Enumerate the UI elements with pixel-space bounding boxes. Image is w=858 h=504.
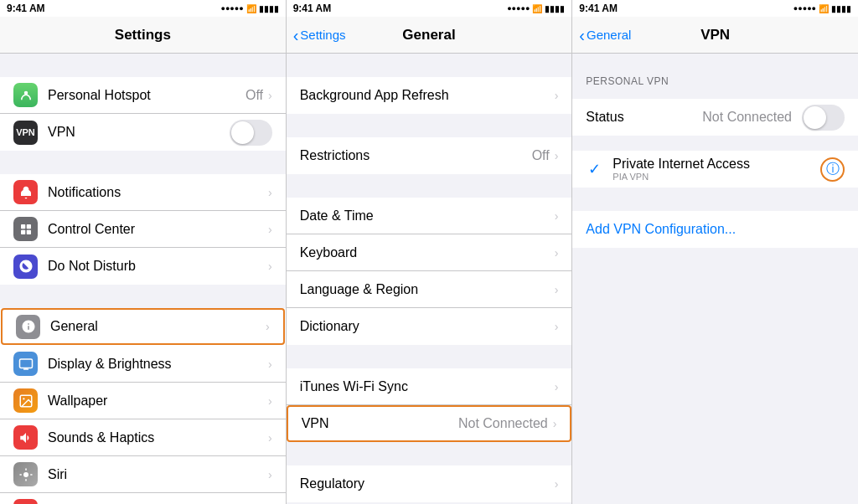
wallpaper-chevron: › [268, 394, 272, 408]
vpn-add-group: Add VPN Configuration... [572, 211, 858, 248]
general-item-keyboard[interactable]: Keyboard › [287, 234, 572, 271]
dictionary-chevron: › [555, 320, 559, 333]
general-item-restrictions[interactable]: Restrictions Off › [287, 137, 572, 174]
settings-item-do-not-disturb[interactable]: Do Not Disturb › [0, 248, 286, 285]
settings-section-2: Notifications › Control Center › Do Not … [0, 174, 286, 285]
general-label: General [50, 319, 266, 334]
vpn-general-chevron: › [553, 417, 557, 430]
add-vpn-label: Add VPN Configuration... [586, 222, 736, 237]
settings-scroll[interactable]: Personal Hotspot Off › VPN VPN [0, 54, 286, 504]
svg-point-8 [23, 472, 28, 477]
display-icon [13, 352, 38, 376]
vpn-status-value: Not Connected [702, 110, 792, 125]
battery-icon-settings: ▮▮▮▮ [259, 4, 279, 13]
restrictions-chevron: › [555, 149, 559, 162]
vpn-info-button[interactable]: ⓘ [820, 157, 845, 182]
vpn-panel-toggle[interactable] [802, 105, 845, 131]
general-item-dictionary[interactable]: Dictionary › [287, 308, 572, 345]
vpn-general-label: VPN [302, 416, 458, 431]
keyboard-label: Keyboard [300, 245, 555, 260]
general-icon [16, 315, 40, 339]
settings-item-touch-id[interactable]: Touch ID & Passcode › [0, 493, 286, 504]
time-general: 9:41 AM [293, 3, 332, 14]
settings-item-notifications[interactable]: Notifications › [0, 174, 286, 211]
settings-item-sounds[interactable]: Sounds & Haptics › [0, 419, 286, 456]
general-item-vpn[interactable]: VPN Not Connected › [287, 405, 572, 442]
vpn-toggle[interactable] [230, 120, 272, 146]
vpn-entry-labels: Private Internet Access PIA VPN [612, 157, 820, 182]
settings-item-siri[interactable]: Siri › [0, 456, 286, 493]
regulatory-label: Regulatory [300, 476, 555, 491]
nav-bar-vpn: ‹ General VPN [572, 17, 858, 54]
vpn-entry-pia[interactable]: ✓ Private Internet Access PIA VPN ⓘ [572, 151, 858, 188]
settings-item-wallpaper[interactable]: Wallpaper › [0, 383, 286, 419]
back-btn-general[interactable]: ‹ Settings [293, 27, 346, 44]
wallpaper-icon [13, 388, 38, 413]
notifications-icon [13, 180, 38, 204]
general-scroll[interactable]: Background App Refresh › Restrictions Of… [287, 54, 572, 504]
dictionary-label: Dictionary [300, 319, 555, 334]
time-vpn: 9:41 AM [579, 3, 618, 14]
nav-title-vpn: VPN [700, 27, 730, 44]
time-settings: 9:41 AM [7, 3, 45, 14]
date-time-chevron: › [555, 209, 559, 223]
touch-id-icon [13, 499, 38, 504]
status-icons-settings: ●●●●● 📶 ▮▮▮▮ [220, 4, 278, 13]
general-section-3: Date & Time › Keyboard › Language & Regi… [287, 198, 572, 345]
settings-item-control-center[interactable]: Control Center › [0, 211, 286, 248]
general-item-language-region[interactable]: Language & Region › [287, 271, 572, 308]
general-panel: 9:41 AM ●●●●● 📶 ▮▮▮▮ ‹ Settings General … [287, 0, 573, 504]
add-vpn-btn[interactable]: Add VPN Configuration... [572, 211, 858, 248]
status-bar-general: 9:41 AM ●●●●● 📶 ▮▮▮▮ [287, 0, 572, 17]
status-icons-general: ●●●●● 📶 ▮▮▮▮ [507, 4, 565, 13]
control-center-label: Control Center [48, 222, 268, 237]
general-chevron: › [266, 320, 270, 333]
svg-point-7 [23, 398, 24, 399]
settings-item-personal-hotspot[interactable]: Personal Hotspot Off › [0, 77, 286, 114]
restrictions-value: Off [532, 148, 550, 163]
signal-icon-vpn: ●●●●● [793, 4, 816, 13]
general-item-background-refresh[interactable]: Background App Refresh › [287, 77, 572, 114]
wifi-icon-vpn: 📶 [819, 4, 829, 13]
signal-icon-general: ●●●●● [507, 4, 530, 13]
vpn-entry-group: ✓ Private Internet Access PIA VPN ⓘ [572, 151, 858, 188]
vpn-section-header: PERSONAL VPN [572, 69, 858, 90]
display-chevron: › [268, 357, 272, 371]
svg-rect-5 [19, 359, 32, 368]
wifi-icon-settings: 📶 [246, 4, 256, 13]
vpn-panel-toggle-thumb [804, 106, 826, 129]
general-item-itunes-wifi[interactable]: iTunes Wi-Fi Sync › [287, 368, 572, 405]
vpn-toggle-thumb [231, 121, 254, 144]
vpn-entry-name: Private Internet Access [612, 157, 820, 172]
regulatory-chevron: › [555, 477, 559, 491]
restrictions-label: Restrictions [300, 148, 532, 163]
siri-label: Siri [48, 467, 268, 482]
control-center-chevron: › [268, 223, 272, 236]
general-item-regulatory[interactable]: Regulatory › [287, 465, 572, 502]
settings-item-vpn[interactable]: VPN VPN [0, 114, 286, 151]
wifi-icon-general: 📶 [532, 4, 542, 13]
settings-item-display[interactable]: Display & Brightness › [0, 346, 286, 383]
date-time-label: Date & Time [300, 208, 555, 224]
language-region-chevron: › [555, 283, 559, 296]
vpn-label: VPN [48, 125, 230, 140]
vpn-scroll[interactable]: PERSONAL VPN Status Not Connected ✓ Priv [572, 54, 858, 504]
back-btn-vpn[interactable]: ‹ General [579, 27, 631, 44]
notifications-chevron: › [268, 186, 272, 199]
svg-rect-3 [21, 229, 25, 234]
back-label-general: Settings [300, 28, 345, 42]
nav-title-general: General [402, 27, 455, 44]
status-bar-vpn: 9:41 AM ●●●●● 📶 ▮▮▮▮ [572, 0, 858, 17]
general-item-date-time[interactable]: Date & Time › [287, 198, 572, 234]
settings-section-1: Personal Hotspot Off › VPN VPN [0, 77, 286, 151]
settings-item-general[interactable]: General › [1, 308, 285, 345]
general-section-5: Regulatory › [287, 465, 572, 502]
settings-panel: 9:41 AM ●●●●● 📶 ▮▮▮▮ Settings Personal H… [0, 0, 287, 504]
sounds-label: Sounds & Haptics [48, 430, 268, 445]
vpn-status-group: Status Not Connected [572, 99, 858, 136]
back-arrow-vpn: ‹ [579, 27, 585, 44]
status-icons-vpn: ●●●●● 📶 ▮▮▮▮ [793, 4, 851, 13]
svg-rect-4 [26, 229, 30, 234]
personal-hotspot-value: Off [246, 88, 263, 103]
background-refresh-chevron: › [555, 89, 559, 102]
